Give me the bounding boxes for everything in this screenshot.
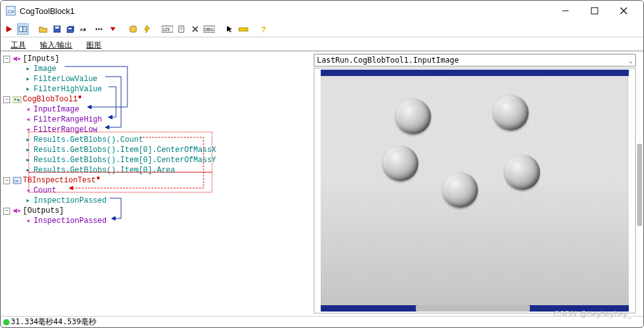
horizontal-scrollbar[interactable] <box>416 305 530 312</box>
svg-marker-6 <box>6 26 12 32</box>
blob-label: CogBlobTool1 <box>23 94 77 104</box>
svg-point-15 <box>96 28 98 30</box>
svg-text:?: ? <box>261 25 266 33</box>
svg-point-16 <box>98 28 100 30</box>
maximize-button[interactable] <box>580 1 609 21</box>
svg-text:123: 123 <box>162 27 170 32</box>
coin <box>505 155 540 190</box>
tool-icon <box>13 96 22 103</box>
svg-text:C#: C# <box>14 179 19 184</box>
svg-marker-20 <box>145 25 150 33</box>
tree-leaf-rcy[interactable]: ▸Results.GetBlobs().Item[0].CenterOfMass… <box>3 155 311 165</box>
doc-icon[interactable] <box>176 23 187 35</box>
in-arrow-icon: ◂ <box>23 116 32 123</box>
collapse-icon[interactable]: − <box>3 56 10 63</box>
out-arrow-icon: ▸ <box>23 85 32 93</box>
image-display[interactable] <box>314 68 636 313</box>
123-icon[interactable]: 123 <box>162 23 173 35</box>
arrow-down-icon[interactable] <box>107 23 119 35</box>
arrow-icon: ◀▸ <box>13 207 22 215</box>
svg-rect-3 <box>591 8 598 14</box>
out-arrow-icon: ▸ <box>23 65 32 73</box>
status-text: 31.334毫秒44.539毫秒 <box>11 317 96 327</box>
image-body <box>321 76 629 305</box>
open-icon[interactable] <box>37 23 49 35</box>
tree-leaf-rarea[interactable]: ▸Results.GetBlobs().Item[0].Area <box>3 165 311 175</box>
tree-leaf-fhv[interactable]: ▸FilterHighValue <box>3 84 311 94</box>
out-arrow-icon: ▸ <box>23 75 32 83</box>
coin <box>493 95 529 130</box>
flag-icon <box>79 96 81 98</box>
tab-tools[interactable]: 工具 <box>4 39 32 51</box>
image-border-top <box>321 70 629 76</box>
window-title: CogToolBlock1 <box>20 6 551 16</box>
minimize-button[interactable] <box>551 1 580 21</box>
tools-icon[interactable] <box>190 23 201 35</box>
collapse-icon[interactable]: − <box>3 177 10 184</box>
image-path-dropdown[interactable]: LastRun.CogBlobTool1.InputImage ⌄ <box>314 54 636 66</box>
toolbar: ᴀʙ 123 DBG ? <box>1 21 643 37</box>
abc-icon[interactable]: ᴀʙ <box>79 23 91 35</box>
svg-rect-10 <box>55 27 59 28</box>
tree-leaf-rcount[interactable]: ▸Results.GetBlobs().Count <box>3 135 311 145</box>
in-arrow-icon: ◂ <box>23 217 32 225</box>
tab-io[interactable]: 输入/输出 <box>34 39 79 51</box>
yellow-bar-icon[interactable] <box>238 23 249 35</box>
tree-leaf-frl[interactable]: ◂FilterRangeLow <box>3 125 311 135</box>
tree-leaf-count[interactable]: ◂Count <box>3 186 311 196</box>
tree-leaf-out-passed[interactable]: ◂InspectionPassed <box>3 216 311 226</box>
db-icon[interactable] <box>127 23 139 35</box>
tree-node-inputs[interactable]: − ◀▸ [Inputs] <box>3 54 311 64</box>
tree-leaf-flv[interactable]: ▸FilterLowValue <box>3 74 311 84</box>
tool-icon: C# <box>13 177 22 184</box>
svg-point-39 <box>14 98 16 101</box>
statusbar: 31.334毫秒44.539毫秒 <box>1 316 643 327</box>
tree-leaf-frh[interactable]: ◂FilterRangeHigh <box>3 115 311 125</box>
vertical-scrollbar[interactable] <box>637 144 642 226</box>
inputs-label: [Inputs] <box>23 54 60 64</box>
status-dot-icon <box>3 319 10 325</box>
arrow-icon: ◀▸ <box>13 55 22 63</box>
svg-text:ᴀʙ: ᴀʙ <box>80 27 86 32</box>
svg-text:DBG: DBG <box>204 27 214 32</box>
help-icon[interactable]: ? <box>258 23 269 35</box>
lightning-icon[interactable] <box>141 23 153 35</box>
tree-leaf-rcx[interactable]: ▸Results.GetBlobs().Item[0].CenterOfMass… <box>3 145 311 155</box>
dbg-icon[interactable]: DBG <box>203 23 215 35</box>
pointer-icon[interactable] <box>224 23 235 35</box>
watermark: CSDN @heyheyhey_ <box>553 309 632 319</box>
tree-leaf-image[interactable]: ▸Image <box>3 64 311 74</box>
titlebar: C# CogToolBlock1 <box>1 1 643 21</box>
tabstrip: 工具 输入/输出 图形 <box>1 37 643 51</box>
svg-rect-7 <box>19 27 23 32</box>
tree-pane: − ◀▸ [Inputs] ▸Image ▸FilterLowValue ▸Fi… <box>1 51 311 316</box>
svg-point-17 <box>101 28 103 30</box>
coin <box>396 99 431 134</box>
svg-rect-31 <box>239 28 248 31</box>
in-arrow-icon: ◂ <box>23 126 32 134</box>
tree-node-blob[interactable]: − CogBlobTool1 <box>3 94 311 104</box>
save-icon[interactable] <box>51 23 63 35</box>
collapse-icon[interactable]: − <box>3 208 10 215</box>
tree-node-tb[interactable]: − C# TBInspectionTest <box>3 175 311 186</box>
tab-graphics[interactable]: 图形 <box>80 39 108 51</box>
svg-marker-18 <box>110 27 115 31</box>
dots-icon[interactable] <box>93 23 105 35</box>
out-arrow-icon: ▸ <box>23 167 32 174</box>
out-arrow-icon: ▸ <box>23 136 32 144</box>
run-icon[interactable] <box>3 23 15 35</box>
tree-node-outputs[interactable]: − ◀▸ [Outputs] <box>3 206 311 216</box>
chevron-down-icon: ⌄ <box>629 57 633 64</box>
out-arrow-icon: ▸ <box>23 197 32 205</box>
flag-icon <box>97 177 100 179</box>
save-all-icon[interactable] <box>65 23 77 35</box>
tree-leaf-inputimage[interactable]: ◂InputImage <box>3 104 311 115</box>
svg-point-40 <box>17 99 20 101</box>
tool-selected-icon[interactable] <box>17 23 29 35</box>
tree-leaf-passed[interactable]: ▸InspectionPassed <box>3 196 311 206</box>
svg-marker-30 <box>227 26 232 32</box>
in-arrow-icon: ◂ <box>23 106 32 113</box>
viewer-pane: LastRun.CogBlobTool1.InputImage ⌄ <box>311 51 643 316</box>
close-button[interactable] <box>609 1 638 21</box>
collapse-icon[interactable]: − <box>3 96 10 103</box>
